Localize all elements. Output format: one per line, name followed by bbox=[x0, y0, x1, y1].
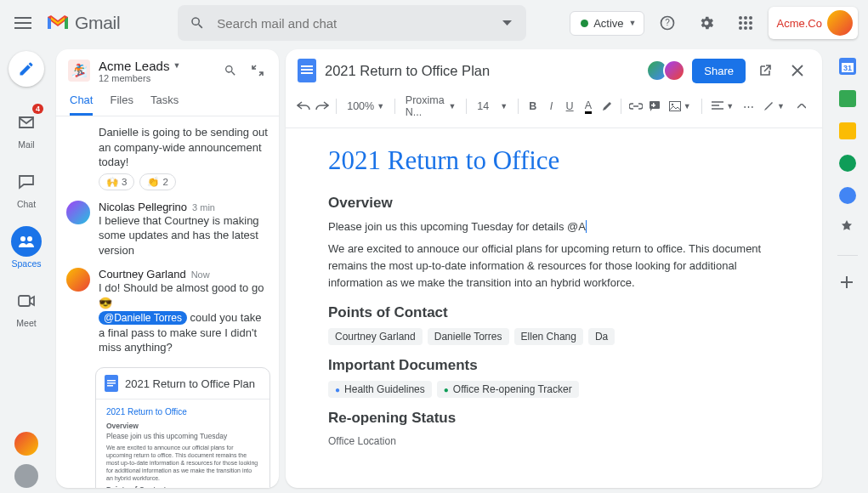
collapse-button[interactable] bbox=[245, 58, 270, 83]
font-selector[interactable]: Proxima N...▼ bbox=[402, 92, 460, 121]
tab-tasks[interactable]: Tasks bbox=[150, 94, 179, 116]
more-button[interactable]: ⋯ bbox=[740, 96, 756, 116]
message-item: Courtney GarlandNow I do! Should be almo… bbox=[65, 263, 270, 360]
chevron-down-icon: ▼ bbox=[629, 19, 637, 27]
search-icon bbox=[224, 64, 237, 77]
addon-icon[interactable] bbox=[839, 219, 856, 236]
message-text: I believe that Courtney is making some u… bbox=[99, 213, 269, 258]
nav-chat[interactable]: Chat bbox=[3, 160, 50, 218]
status-label: Active bbox=[593, 17, 623, 30]
collapse-toolbar-button[interactable] bbox=[791, 96, 812, 116]
doc-heading-2: Overview bbox=[328, 195, 780, 212]
mail-icon bbox=[18, 116, 35, 129]
italic-button[interactable]: I bbox=[544, 96, 559, 116]
status-dot-icon bbox=[581, 20, 588, 27]
reaction-chip[interactable]: 🙌3 bbox=[99, 173, 134, 190]
drive-addon[interactable] bbox=[839, 90, 856, 107]
settings-button[interactable] bbox=[690, 7, 723, 39]
status-selector[interactable]: Active ▼ bbox=[570, 11, 644, 36]
tab-files[interactable]: Files bbox=[110, 94, 133, 116]
nav-rail: 4 Mail Chat Spaces Meet bbox=[0, 46, 53, 493]
svg-rect-16 bbox=[107, 382, 116, 384]
message-time: 3 min bbox=[192, 202, 215, 212]
reaction-emoji: 👏 bbox=[147, 176, 159, 188]
collaborator-avatars[interactable] bbox=[651, 60, 685, 82]
calendar-addon[interactable]: 31 bbox=[839, 58, 856, 75]
contact-chip[interactable]: Danielle Torres bbox=[428, 328, 509, 345]
rail-avatar-1[interactable] bbox=[14, 432, 38, 456]
text-color-button[interactable]: A bbox=[581, 96, 596, 116]
svg-point-10 bbox=[749, 26, 752, 30]
rail-avatar-2[interactable] bbox=[14, 464, 38, 488]
zoom-selector[interactable]: 100%▼ bbox=[343, 98, 388, 115]
open-external-button[interactable] bbox=[752, 58, 778, 83]
share-button[interactable]: Share bbox=[692, 59, 746, 83]
mention-chip[interactable]: @Danielle Torres bbox=[99, 311, 187, 325]
search-input[interactable] bbox=[217, 16, 487, 31]
link-button[interactable] bbox=[628, 96, 644, 116]
apps-button[interactable] bbox=[729, 7, 762, 39]
main-menu-button[interactable] bbox=[7, 7, 39, 39]
svg-rect-17 bbox=[107, 385, 113, 387]
get-addons-button[interactable] bbox=[839, 275, 856, 292]
space-subtitle: 12 members bbox=[99, 73, 180, 83]
chevron-down-icon[interactable]: ▼ bbox=[173, 61, 180, 70]
font-size-selector[interactable]: 14▼ bbox=[474, 98, 511, 115]
reaction-chip[interactable]: 👏2 bbox=[139, 173, 175, 190]
org-badge[interactable]: Acme.Co bbox=[769, 7, 858, 39]
undo-button[interactable] bbox=[296, 96, 311, 116]
doc-paragraph: Please join us this upcoming Tuesday for… bbox=[328, 218, 780, 235]
nav-chat-label: Chat bbox=[17, 199, 36, 209]
search-icon[interactable] bbox=[184, 10, 210, 36]
tab-chat[interactable]: Chat bbox=[70, 94, 93, 116]
help-button[interactable]: ? bbox=[651, 7, 684, 39]
user-avatar[interactable] bbox=[827, 10, 853, 36]
bold-button[interactable]: B bbox=[525, 96, 541, 116]
doc-chip[interactable]: Health Guidelines bbox=[328, 381, 432, 398]
contact-chip[interactable]: Ellen Chang bbox=[514, 328, 583, 345]
svg-text:31: 31 bbox=[843, 64, 852, 72]
image-button[interactable]: ▼ bbox=[666, 99, 695, 114]
nav-spaces[interactable]: Spaces bbox=[3, 219, 50, 277]
svg-point-12 bbox=[27, 236, 32, 241]
align-button[interactable]: ▼ bbox=[708, 99, 737, 114]
nav-spaces-label: Spaces bbox=[11, 258, 41, 269]
underline-button[interactable]: U bbox=[562, 96, 577, 116]
message-item: Nicolas Pellegrino3 min I believe that C… bbox=[65, 196, 270, 264]
svg-point-2 bbox=[739, 16, 742, 20]
keep-addon[interactable] bbox=[839, 122, 856, 139]
doc-chip[interactable]: Office Re-opening Tracker bbox=[437, 381, 579, 398]
pencil-icon bbox=[763, 100, 774, 112]
doc-attachment-card[interactable]: 2021 Return to Office Plan 2021 Return t… bbox=[95, 367, 270, 488]
gmail-logo[interactable]: Gmail bbox=[46, 13, 120, 33]
space-search-button[interactable] bbox=[218, 58, 243, 83]
comment-button[interactable] bbox=[647, 96, 662, 116]
search-bar[interactable] bbox=[178, 5, 526, 41]
svg-point-11 bbox=[20, 236, 26, 241]
doc-body[interactable]: 2021 Return to Office Overview Please jo… bbox=[286, 128, 822, 488]
search-options-icon[interactable] bbox=[494, 10, 519, 36]
close-button[interactable] bbox=[785, 58, 810, 83]
message-avatar[interactable] bbox=[66, 268, 90, 292]
nav-meet-label: Meet bbox=[16, 318, 36, 328]
contact-chip[interactable]: Courtney Garland bbox=[328, 328, 423, 345]
redo-button[interactable] bbox=[315, 96, 330, 116]
sender-name: Nicolas Pellegrino bbox=[99, 201, 187, 213]
contact-chip[interactable]: Da bbox=[588, 328, 615, 345]
highlight-button[interactable] bbox=[599, 96, 615, 116]
nav-meet[interactable]: Meet bbox=[3, 279, 50, 337]
editing-mode-button[interactable]: ▼ bbox=[759, 98, 788, 115]
compose-button[interactable] bbox=[9, 51, 44, 87]
space-panel: 🏂 Acme Leads ▼ 12 members Chat Files Tas… bbox=[56, 49, 279, 488]
contacts-addon[interactable] bbox=[839, 187, 856, 204]
svg-rect-13 bbox=[19, 296, 30, 306]
tasks-addon[interactable] bbox=[839, 155, 856, 172]
app-name: Gmail bbox=[75, 13, 120, 33]
message-avatar[interactable] bbox=[66, 201, 90, 224]
svg-point-9 bbox=[744, 26, 747, 30]
close-icon bbox=[791, 65, 803, 76]
svg-point-8 bbox=[739, 26, 742, 30]
nav-mail-label: Mail bbox=[18, 139, 34, 150]
reaction-emoji: 🙌 bbox=[106, 176, 118, 188]
nav-mail[interactable]: 4 Mail bbox=[3, 100, 50, 158]
